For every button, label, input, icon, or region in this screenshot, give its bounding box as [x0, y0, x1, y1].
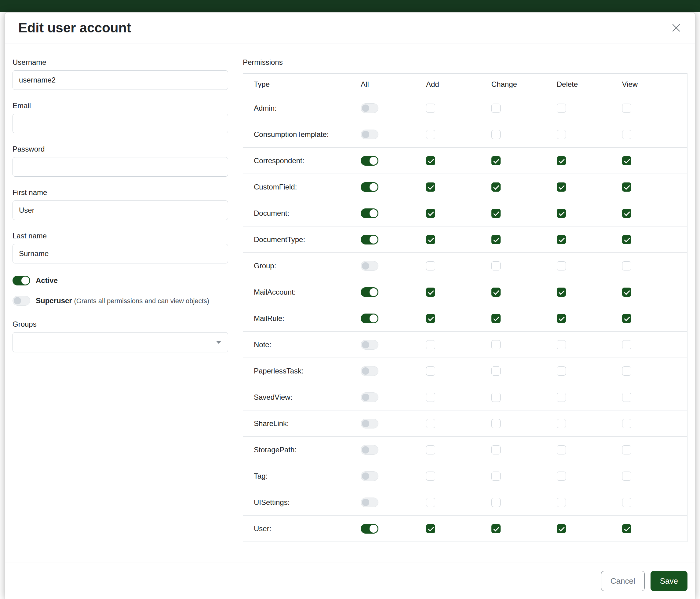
permission-view-checkbox[interactable] — [622, 103, 631, 113]
permission-all-toggle[interactable] — [361, 209, 378, 218]
permission-add-checkbox[interactable] — [426, 261, 435, 270]
permission-view-checkbox[interactable] — [622, 183, 631, 192]
permission-add-checkbox[interactable] — [426, 209, 435, 218]
permission-all-toggle[interactable] — [361, 471, 378, 481]
password-field[interactable] — [12, 157, 228, 177]
permission-all-toggle[interactable] — [361, 287, 378, 297]
permission-view-checkbox[interactable] — [622, 419, 631, 428]
permission-view-checkbox[interactable] — [622, 261, 631, 270]
permission-change-checkbox[interactable] — [492, 261, 501, 270]
permission-all-toggle[interactable] — [361, 156, 378, 166]
email-field[interactable] — [12, 114, 228, 133]
superuser-text: Superuser (Grants all permissions and ca… — [36, 295, 209, 307]
permission-change-checkbox[interactable] — [492, 498, 501, 507]
permission-change-checkbox[interactable] — [492, 419, 501, 428]
permission-delete-checkbox[interactable] — [557, 288, 566, 297]
permission-all-toggle[interactable] — [361, 314, 378, 324]
permission-delete-checkbox[interactable] — [557, 498, 566, 507]
permission-view-checkbox[interactable] — [622, 445, 631, 454]
permission-delete-checkbox[interactable] — [557, 183, 566, 192]
permission-add-checkbox[interactable] — [426, 524, 435, 533]
permission-view-checkbox[interactable] — [622, 314, 631, 323]
permission-delete-checkbox[interactable] — [557, 156, 566, 165]
permission-change-checkbox[interactable] — [492, 130, 501, 139]
permission-view-checkbox[interactable] — [622, 498, 631, 507]
permission-change-checkbox[interactable] — [492, 445, 501, 454]
permission-add-checkbox[interactable] — [426, 445, 435, 454]
permission-view-checkbox[interactable] — [622, 288, 631, 297]
permission-delete-checkbox[interactable] — [557, 314, 566, 323]
permission-all-toggle[interactable] — [361, 182, 378, 192]
permission-change-checkbox[interactable] — [492, 472, 501, 481]
permission-delete-checkbox[interactable] — [557, 419, 566, 428]
active-toggle[interactable] — [12, 275, 30, 285]
permission-view-checkbox[interactable] — [622, 340, 631, 349]
permission-view-checkbox[interactable] — [622, 524, 631, 533]
permission-change-checkbox[interactable] — [492, 209, 501, 218]
permission-change-checkbox[interactable] — [492, 524, 501, 533]
permission-all-toggle[interactable] — [361, 235, 378, 244]
permission-view-checkbox[interactable] — [622, 393, 631, 402]
permission-all-toggle[interactable] — [361, 524, 378, 534]
permission-all-toggle[interactable] — [361, 366, 378, 376]
permission-add-checkbox[interactable] — [426, 314, 435, 323]
permission-add-checkbox[interactable] — [426, 130, 435, 139]
permission-delete-checkbox[interactable] — [557, 130, 566, 139]
permission-delete-checkbox[interactable] — [557, 445, 566, 454]
permission-add-checkbox[interactable] — [426, 366, 435, 376]
permission-delete-checkbox[interactable] — [557, 209, 566, 218]
permissions-label: Permissions — [243, 57, 688, 67]
permission-add-checkbox[interactable] — [426, 472, 435, 481]
permission-add-checkbox[interactable] — [426, 288, 435, 297]
first-name-label: First name — [12, 188, 228, 197]
permission-all-toggle[interactable] — [361, 445, 378, 455]
permission-view-checkbox[interactable] — [622, 235, 631, 244]
permission-add-checkbox[interactable] — [426, 156, 435, 165]
permission-delete-checkbox[interactable] — [557, 340, 566, 349]
permission-view-checkbox[interactable] — [622, 156, 631, 165]
username-input[interactable] — [12, 70, 228, 90]
permission-change-checkbox[interactable] — [492, 288, 501, 297]
permission-change-checkbox[interactable] — [492, 183, 501, 192]
first-name-field[interactable] — [12, 200, 228, 220]
last-name-field[interactable] — [12, 244, 228, 263]
permission-add-checkbox[interactable] — [426, 393, 435, 402]
permission-change-checkbox[interactable] — [492, 366, 501, 376]
permission-add-checkbox[interactable] — [426, 340, 435, 349]
superuser-toggle[interactable] — [12, 296, 30, 306]
permission-add-checkbox[interactable] — [426, 183, 435, 192]
permission-change-checkbox[interactable] — [492, 235, 501, 244]
permission-all-toggle[interactable] — [361, 392, 378, 402]
permission-all-toggle[interactable] — [361, 419, 378, 429]
permission-add-checkbox[interactable] — [426, 103, 435, 113]
permission-delete-checkbox[interactable] — [557, 261, 566, 270]
permission-all-toggle[interactable] — [361, 103, 378, 113]
cancel-button[interactable]: Cancel — [601, 571, 645, 591]
permission-all-toggle[interactable] — [361, 340, 378, 350]
permission-delete-checkbox[interactable] — [557, 235, 566, 244]
permission-add-checkbox[interactable] — [426, 235, 435, 244]
close-button[interactable] — [669, 21, 683, 35]
permission-view-checkbox[interactable] — [622, 209, 631, 218]
permission-delete-checkbox[interactable] — [557, 472, 566, 481]
permission-delete-checkbox[interactable] — [557, 524, 566, 533]
permission-add-checkbox[interactable] — [426, 419, 435, 428]
permission-delete-checkbox[interactable] — [557, 393, 566, 402]
permission-change-checkbox[interactable] — [492, 340, 501, 349]
permission-change-checkbox[interactable] — [492, 314, 501, 323]
permission-all-toggle[interactable] — [361, 261, 378, 271]
permission-view-checkbox[interactable] — [622, 472, 631, 481]
permission-all-toggle[interactable] — [361, 129, 378, 139]
permission-view-checkbox[interactable] — [622, 366, 631, 376]
permission-delete-checkbox[interactable] — [557, 103, 566, 113]
groups-select[interactable] — [12, 332, 228, 352]
save-button[interactable]: Save — [651, 571, 688, 591]
permission-add-checkbox[interactable] — [426, 498, 435, 507]
permission-delete-checkbox[interactable] — [557, 366, 566, 376]
permission-change-checkbox[interactable] — [492, 103, 501, 113]
permission-view-checkbox[interactable] — [622, 130, 631, 139]
permission-change-checkbox[interactable] — [492, 156, 501, 165]
permission-all-toggle[interactable] — [361, 498, 378, 507]
permission-type: Group: — [243, 253, 361, 279]
permission-change-checkbox[interactable] — [492, 393, 501, 402]
